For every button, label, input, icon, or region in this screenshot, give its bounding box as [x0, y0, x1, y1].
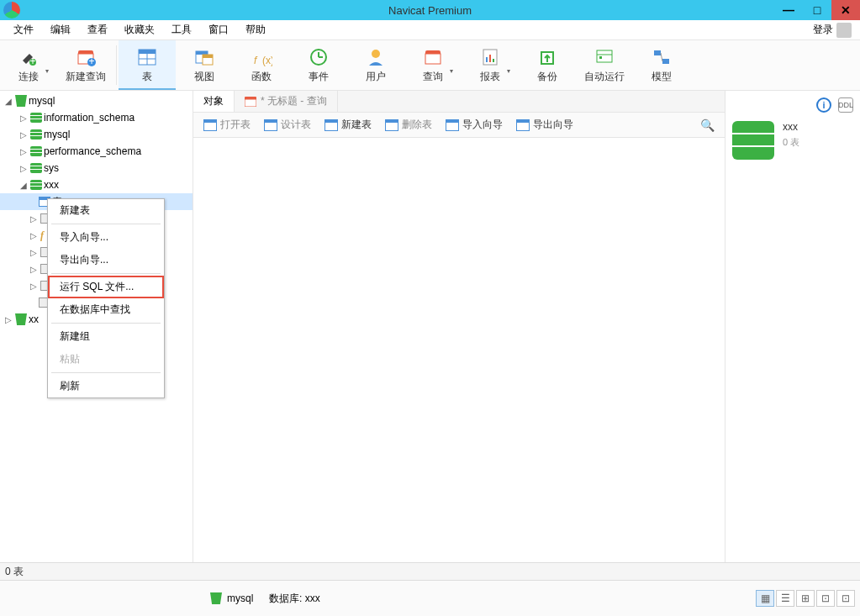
- user-icon: [365, 47, 387, 67]
- view-grid-button[interactable]: ▦: [756, 590, 774, 607]
- menu-tools[interactable]: 工具: [163, 20, 200, 39]
- tree-db-information-schema[interactable]: ▷information_schema: [0, 109, 193, 126]
- tree-db-mysql[interactable]: ▷mysql: [0, 126, 193, 143]
- title-bar: Navicat Premium — □ ✕: [0, 0, 860, 20]
- status-db-name: 数据库: xxx: [269, 592, 320, 606]
- ctx-refresh[interactable]: 刷新: [48, 375, 164, 398]
- menu-window[interactable]: 窗口: [200, 20, 237, 39]
- close-button[interactable]: ✕: [831, 0, 860, 20]
- status-bar-count: 0 表: [0, 562, 860, 581]
- svg-text:(x): (x): [262, 55, 272, 66]
- ctx-import-wizard[interactable]: 导入向导...: [48, 226, 164, 249]
- info-icon[interactable]: i: [816, 97, 831, 113]
- query-icon: [245, 97, 256, 107]
- svg-rect-7: [139, 50, 156, 54]
- import-icon: [446, 119, 459, 131]
- table-icon: [203, 119, 217, 131]
- toolbar-query[interactable]: ▾ 查询: [404, 40, 462, 90]
- obj-design-table[interactable]: 设计表: [259, 116, 316, 134]
- svg-rect-21: [425, 54, 441, 64]
- obj-label: 设计表: [281, 118, 311, 132]
- toolbar-view[interactable]: 视图: [176, 40, 233, 90]
- tree-conn-mysql[interactable]: ◢mysql: [0, 92, 193, 109]
- table-minus-icon: [385, 119, 398, 131]
- minimize-button[interactable]: —: [774, 0, 803, 20]
- view-detail-button[interactable]: ⊞: [796, 590, 815, 607]
- ddl-button[interactable]: DDL: [838, 97, 853, 113]
- view-icon: [193, 47, 215, 67]
- tree-db-xxx[interactable]: ◢xxx: [0, 176, 193, 193]
- ctx-find-in-db[interactable]: 在数据库中查找: [48, 298, 164, 321]
- toolbar-connect-label: 连接: [18, 70, 39, 84]
- obj-new-table[interactable]: 新建表: [319, 116, 377, 134]
- toolbar-autorun[interactable]: 自动运行: [576, 40, 633, 90]
- toolbar-user[interactable]: 用户: [347, 40, 404, 90]
- obj-import-wizard[interactable]: 导入向导: [441, 116, 508, 134]
- ctx-run-sql-file[interactable]: 运行 SQL 文件...: [48, 276, 164, 298]
- obj-delete-table[interactable]: 删除表: [380, 116, 437, 134]
- obj-label: 新建表: [341, 118, 372, 132]
- backup-icon: [536, 47, 558, 67]
- svg-point-19: [372, 50, 380, 58]
- status-connection: mysql 数据库: xxx: [210, 592, 320, 606]
- object-list[interactable]: [193, 138, 725, 562]
- ctx-separator: [51, 323, 161, 324]
- plug-icon: +: [18, 47, 40, 67]
- info-panel: i DDL xxx 0 表: [725, 91, 860, 562]
- obj-export-wizard[interactable]: 导出向导: [511, 116, 578, 134]
- ctx-separator: [51, 372, 161, 373]
- obj-label: 打开表: [220, 118, 251, 132]
- obj-open-table[interactable]: 打开表: [198, 116, 256, 134]
- maximize-button[interactable]: □: [803, 0, 831, 20]
- window-title: Navicat Premium: [388, 4, 472, 17]
- svg-text:+: +: [29, 55, 35, 67]
- view-more-button[interactable]: ⊡: [836, 590, 855, 607]
- view-mode-buttons: ▦ ☰ ⊞ ⊡ ⊡: [756, 590, 855, 607]
- menu-favorites[interactable]: 收藏夹: [116, 20, 163, 39]
- menu-edit[interactable]: 编辑: [42, 20, 79, 39]
- svg-rect-25: [493, 59, 494, 62]
- view-list-button[interactable]: ☰: [776, 590, 794, 607]
- toolbar-event[interactable]: 事件: [290, 40, 347, 90]
- status-bar-main: mysql 数据库: xxx ▦ ☰ ⊞ ⊡ ⊡: [0, 581, 860, 616]
- tab-label: 对象: [203, 94, 224, 108]
- connection-icon: [210, 592, 222, 604]
- toolbar-backup[interactable]: 备份: [519, 40, 576, 90]
- ctx-new-table[interactable]: 新建表: [48, 199, 164, 222]
- database-icon: [30, 113, 42, 123]
- toolbar-report[interactable]: ▾ 报表: [462, 40, 519, 90]
- model-icon: [651, 47, 673, 67]
- toolbar-model[interactable]: 模型: [633, 40, 690, 90]
- context-menu: 新建表 导入向导... 导出向导... 运行 SQL 文件... 在数据库中查找…: [47, 198, 165, 398]
- menu-file[interactable]: 文件: [5, 20, 42, 39]
- view-er-button[interactable]: ⊡: [816, 590, 835, 607]
- export-icon: [516, 119, 530, 131]
- tree-label: xx: [29, 313, 39, 325]
- toolbar-table[interactable]: 表: [119, 40, 176, 90]
- status-count-text: 0 表: [5, 565, 24, 579]
- tree-label: performance_schema: [44, 145, 141, 157]
- toolbar-connect[interactable]: + ▾ 连接: [0, 40, 57, 90]
- database-icon: [30, 129, 42, 140]
- ctx-export-wizard[interactable]: 导出向导...: [48, 249, 164, 271]
- svg-rect-24: [489, 55, 491, 62]
- menu-help[interactable]: 帮助: [237, 20, 274, 39]
- ctx-new-group[interactable]: 新建组: [48, 325, 164, 348]
- query-icon: [422, 47, 444, 67]
- search-icon[interactable]: 🔍: [700, 118, 720, 132]
- main-toolbar: + ▾ 连接 + 新建查询 表 视图 f(x) 函数 事件 用户 ▾ 查询 ▾ …: [0, 40, 860, 91]
- login-area[interactable]: 登录: [813, 23, 855, 38]
- toolbar-newquery[interactable]: + 新建查询: [57, 40, 114, 90]
- toolbar-model-label: 模型: [652, 70, 672, 84]
- toolbar-event-label: 事件: [309, 70, 329, 84]
- toolbar-report-label: 报表: [480, 70, 500, 84]
- avatar-icon: [836, 23, 852, 38]
- tree-db-sys[interactable]: ▷sys: [0, 160, 193, 176]
- menu-view[interactable]: 查看: [79, 20, 116, 39]
- toolbar-function[interactable]: f(x) 函数: [233, 40, 290, 90]
- center-panel: 对象 * 无标题 - 查询 打开表 设计表 新建表 删除表 导入向导 导出向导 …: [193, 91, 725, 562]
- tree-db-performance-schema[interactable]: ▷performance_schema: [0, 143, 193, 160]
- tab-objects[interactable]: 对象: [193, 91, 235, 112]
- tab-untitled-query[interactable]: * 无标题 - 查询: [235, 91, 338, 112]
- tree-label: information_schema: [44, 112, 135, 124]
